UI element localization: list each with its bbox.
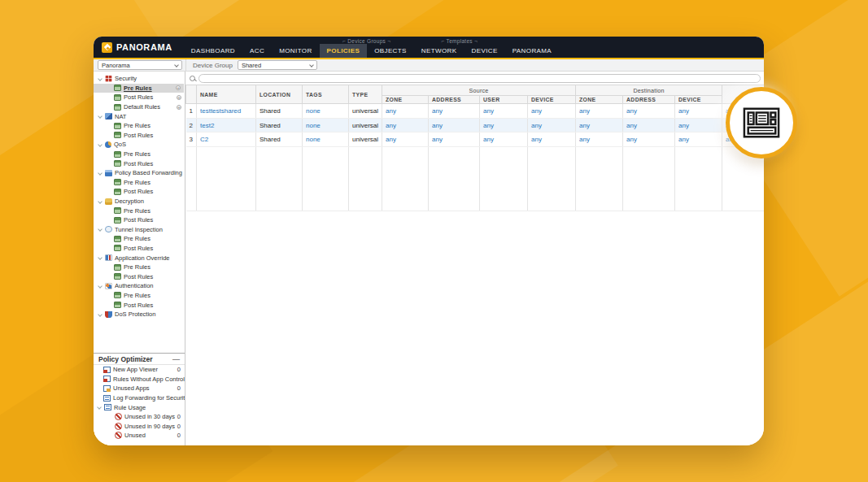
rule-tags-link[interactable]: none [303,132,349,147]
optimizer-item-rules-without-app-controls[interactable]: Rules Without App Controls0 [94,375,185,384]
source-user-link[interactable]: any [480,104,528,119]
tree-item-qos-pre-rules[interactable]: Pre Rules [94,150,185,159]
column-header-source-device[interactable]: DEVICE [528,96,576,104]
rule-tags-link[interactable]: none [303,119,349,132]
dest-address-link[interactable]: any [623,104,675,119]
source-user-link[interactable]: any [480,119,528,132]
optimizer-item-log-forwarding[interactable]: Log Forwarding for Security Ser [94,393,185,403]
optimizer-item-rule-usage[interactable]: Rule Usage [94,402,185,412]
column-header-dest-address[interactable]: ADDRESS [623,96,675,104]
tree-item-tunnel-post-rules[interactable]: Post Rules [94,244,185,254]
rule-name-link[interactable]: C2 [197,132,256,147]
dest-address-link[interactable]: any [623,119,675,132]
tree-section-qos[interactable]: QoS [94,140,185,150]
nav-tab-monitor[interactable]: MONITOR [272,44,319,58]
add-rule-icon[interactable]: + [177,105,181,110]
tree-item-pbf-pre-rules[interactable]: Pre Rules [94,178,185,188]
security-icon [105,76,112,82]
source-device-link[interactable]: any [528,104,576,119]
rule-tags-link[interactable]: none [303,104,349,119]
tree-section-pbf[interactable]: Policy Based Forwarding [94,168,185,178]
tree-section-tunnel-inspection[interactable]: Tunnel Inspection [94,225,185,235]
source-address-link[interactable]: any [429,104,480,119]
tree-item-app-override-pre-rules[interactable]: Pre Rules [94,263,185,272]
tree-item-pbf-post-rules[interactable]: Post Rules [94,187,185,197]
optimizer-item-unused-30-days[interactable]: Unused in 30 days0 [94,412,185,422]
tree-item-security-pre-rules[interactable]: Pre Rules+ [94,84,184,93]
nav-tab-objects[interactable]: OBJECTS [367,44,414,58]
add-rule-icon[interactable]: + [176,85,181,90]
nav-tab-dashboard[interactable]: DASHBOARD [184,44,242,58]
tree-section-nat[interactable]: NAT [94,111,185,121]
optimizer-item-new-app-viewer[interactable]: New App Viewer0 [94,365,185,375]
dest-zone-link[interactable]: any [576,119,623,132]
tree-item-app-override-post-rules[interactable]: Post Rules [94,271,185,281]
column-header-dest-device[interactable]: DEVICE [675,96,722,104]
column-header-name[interactable]: NAME [197,85,256,104]
tree-item-nat-post-rules[interactable]: Post Rules [94,131,185,141]
source-device-link[interactable]: any [528,119,576,132]
nav-tab-device[interactable]: DEVICE [465,44,505,58]
dest-device-link[interactable]: any [675,119,722,132]
log-forwarding-icon [103,395,111,402]
tree-item-security-post-rules[interactable]: Post Rules+ [94,93,185,102]
tree-item-decryption-pre-rules[interactable]: Pre Rules [94,206,185,215]
nav-tab-network[interactable]: NETWORK [414,44,465,58]
column-header-type[interactable]: TYPE [349,85,382,104]
tree-section-authentication[interactable]: Authentication [94,281,185,291]
column-group-destination: Destination [576,85,722,96]
source-address-link[interactable]: any [429,132,480,147]
source-zone-link[interactable]: any [382,119,429,132]
nav-tab-policies[interactable]: POLICIES [320,44,368,58]
tree-section-application-override[interactable]: Application Override [94,253,185,263]
optimizer-item-unused[interactable]: Unused0 [94,431,185,441]
device-group-select[interactable]: Shared [238,60,317,70]
rules-table-icon [114,85,121,91]
collapse-panel-icon[interactable]: — [172,357,180,362]
rules-table-icon [114,94,121,101]
nav-tab-panorama[interactable]: PANORAMA [505,44,559,58]
tree-item-authentication-post-rules[interactable]: Post Rules [94,300,185,310]
rule-location: Shared [256,132,303,147]
source-zone-link[interactable]: any [382,104,429,119]
tree-section-decryption[interactable]: Decryption [94,197,185,206]
source-device-link[interactable]: any [528,132,576,147]
source-address-link[interactable]: any [429,119,480,132]
optimizer-item-unused-90-days[interactable]: Unused in 90 days0 [94,422,185,432]
rules-table-icon [114,123,121,129]
tree-item-authentication-pre-rules[interactable]: Pre Rules [94,291,185,301]
rule-name-link[interactable]: test2 [197,119,256,132]
add-rule-icon[interactable]: + [177,95,181,100]
policy-based-forwarding-icon [105,170,112,176]
column-header-source-user[interactable]: USER [480,96,528,104]
dest-zone-link[interactable]: any [576,132,623,147]
tree-item-security-default-rules[interactable]: Default Rules+ [94,102,185,112]
source-user-link[interactable]: any [480,132,528,147]
templates-label: Templates [441,38,478,44]
rules-without-app-controls-icon [103,376,111,382]
search-input[interactable] [198,74,761,83]
column-header-source-address[interactable]: ADDRESS [429,96,480,104]
tree-section-security[interactable]: Security [94,74,185,84]
source-zone-link[interactable]: any [382,132,429,147]
rule-name-link[interactable]: testtestshared [197,104,256,119]
dest-device-link[interactable]: any [675,132,722,147]
dest-address-link[interactable]: any [623,132,675,147]
tree-item-decryption-post-rules[interactable]: Post Rules [94,215,185,225]
tunnel-inspection-icon [105,226,112,232]
dest-device-link[interactable]: any [675,104,722,119]
column-header-location[interactable]: LOCATION [256,85,303,104]
column-header-tags[interactable]: TAGS [303,85,349,104]
rule-location: Shared [256,104,303,119]
column-header-dest-zone[interactable]: ZONE [576,96,623,104]
tree-section-dos-protection[interactable]: DoS Protection [94,310,185,319]
nav-tab-acc[interactable]: ACC [242,44,272,58]
tree-item-nat-pre-rules[interactable]: Pre Rules [94,121,185,131]
dest-zone-link[interactable]: any [576,104,623,119]
column-header-source-zone[interactable]: ZONE [382,96,429,104]
context-select[interactable]: Panorama [98,60,182,70]
panorama-logo[interactable]: PANORAMA [94,37,184,58]
tree-item-qos-post-rules[interactable]: Post Rules [94,158,185,168]
optimizer-item-unused-apps[interactable]: Unused Apps0 [94,384,185,393]
tree-item-tunnel-pre-rules[interactable]: Pre Rules [94,234,185,244]
